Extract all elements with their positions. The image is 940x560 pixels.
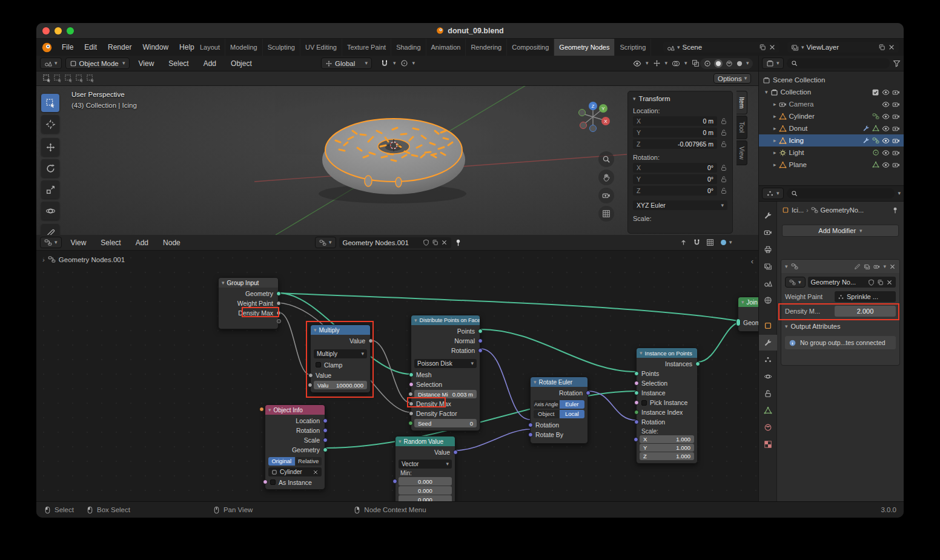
workspace-tab-animation[interactable]: Animation bbox=[426, 39, 466, 56]
node-tree-name-field[interactable]: Geometry Nodes.001 bbox=[339, 237, 451, 248]
lock-icon[interactable] bbox=[720, 140, 727, 148]
location-y-field[interactable]: Y0 m bbox=[633, 128, 717, 137]
points-input-socket[interactable] bbox=[634, 371, 639, 376]
object-input-socket[interactable] bbox=[259, 407, 264, 412]
chevron-right-icon[interactable]: › bbox=[42, 256, 45, 263]
outliner-row-cylinder[interactable]: ▸ Cylinder bbox=[759, 110, 904, 122]
sidebar-tab-item[interactable]: Item bbox=[736, 91, 747, 114]
object-visibility-icon[interactable] bbox=[633, 59, 641, 68]
viewport-menu-select[interactable]: Select bbox=[163, 55, 194, 72]
points-output-socket[interactable] bbox=[478, 329, 483, 334]
menu-edit[interactable]: Edit bbox=[79, 39, 102, 56]
density-max-output-socket[interactable] bbox=[276, 311, 281, 315]
modifier-panel-header[interactable]: ▾ ▾ bbox=[781, 260, 899, 273]
pick-instance-checkbox[interactable] bbox=[641, 400, 647, 406]
tab-render[interactable] bbox=[759, 225, 777, 240]
chevron-down-icon[interactable]: ▾ bbox=[665, 61, 668, 66]
render-visibility-camera-icon[interactable] bbox=[892, 137, 900, 145]
rotation-y-field[interactable]: Y0° bbox=[633, 174, 717, 184]
tool-move-button[interactable] bbox=[41, 138, 59, 156]
unlink-icon[interactable] bbox=[886, 279, 893, 286]
donut-object[interactable] bbox=[297, 92, 491, 213]
overlays-toggle-icon[interactable] bbox=[672, 59, 680, 68]
render-visibility-camera-icon[interactable] bbox=[892, 113, 900, 120]
render-visibility-camera-icon[interactable] bbox=[892, 88, 900, 96]
node-menu-select[interactable]: Select bbox=[95, 234, 126, 251]
node-menu-add[interactable]: Add bbox=[130, 234, 154, 251]
workspace-tab-rendering[interactable]: Rendering bbox=[466, 39, 507, 56]
shading-wireframe-icon[interactable] bbox=[704, 60, 711, 67]
render-visibility-camera-icon[interactable] bbox=[892, 161, 900, 169]
min-x-field[interactable]: 0.000 bbox=[399, 477, 452, 486]
snap-magnet-icon[interactable] bbox=[693, 239, 701, 246]
node-instance-on-points[interactable]: ▾Instance on Points Instances Points Sel… bbox=[636, 348, 698, 464]
gizmo-y-label[interactable]: Y bbox=[601, 106, 605, 111]
workspace-tab-texture-paint[interactable]: Texture Paint bbox=[342, 39, 391, 56]
workspace-tab-scripting[interactable]: Scripting bbox=[615, 39, 651, 56]
viewport-menu-add[interactable]: Add bbox=[198, 55, 222, 72]
tool-rotate-button[interactable] bbox=[41, 159, 59, 177]
tab-physics[interactable] bbox=[759, 369, 777, 384]
pin-icon[interactable] bbox=[454, 239, 462, 246]
select-mode-subtract-icon[interactable] bbox=[64, 74, 73, 83]
tab-world[interactable] bbox=[759, 292, 777, 308]
proportional-editing-icon[interactable] bbox=[400, 59, 408, 67]
rotation-input-socket[interactable] bbox=[634, 420, 639, 424]
properties-search-input[interactable] bbox=[787, 188, 895, 199]
local-space-button[interactable]: Local bbox=[560, 410, 585, 418]
render-visibility-camera-icon[interactable] bbox=[892, 149, 900, 157]
location-output-socket[interactable] bbox=[323, 418, 328, 423]
chevron-down-icon[interactable]: ▾ bbox=[729, 240, 732, 245]
workspace-tab-sculpting[interactable]: Sculpting bbox=[263, 39, 300, 56]
hide-eye-icon[interactable] bbox=[882, 137, 890, 145]
tab-scene[interactable] bbox=[759, 275, 777, 291]
euler-button[interactable]: Euler bbox=[560, 400, 585, 409]
view-layer-selector[interactable]: ▾ ViewLayer bbox=[787, 42, 899, 53]
virtual-output-socket[interactable] bbox=[277, 319, 281, 323]
rotation-input-socket[interactable] bbox=[528, 423, 533, 427]
new-view-layer-icon[interactable] bbox=[878, 44, 885, 51]
node-group-name-field[interactable]: Geometry No... bbox=[808, 277, 896, 288]
distance-min-field[interactable]: Distance Mi0.003 m bbox=[414, 390, 477, 398]
pick-instance-input-socket[interactable] bbox=[634, 400, 639, 405]
instance-index-input-socket[interactable] bbox=[634, 410, 639, 415]
outliner-row-collection[interactable]: ▾ Collection bbox=[759, 86, 904, 98]
copy-datablock-icon[interactable] bbox=[432, 239, 439, 246]
new-scene-icon[interactable] bbox=[759, 44, 766, 51]
fake-user-shield-icon[interactable] bbox=[423, 239, 429, 246]
viewport-canvas[interactable]: User Perspective (43) Collection | Icing… bbox=[36, 86, 758, 235]
gizmo-x-label[interactable]: X bbox=[604, 119, 607, 124]
node-menu-node[interactable]: Node bbox=[157, 234, 186, 251]
value-number-field[interactable]: Valu10000.000 bbox=[314, 381, 367, 389]
select-mode-invert-icon[interactable] bbox=[75, 74, 84, 83]
tab-view-layer[interactable] bbox=[759, 259, 777, 274]
collapse-icon[interactable]: ▾ bbox=[785, 264, 788, 269]
close-window-button[interactable] bbox=[42, 27, 50, 35]
hide-eye-icon[interactable] bbox=[882, 125, 890, 133]
gizmo-z-label[interactable]: Z bbox=[592, 104, 595, 109]
disclosure-icon[interactable]: ▸ bbox=[773, 102, 776, 107]
rotation-z-field[interactable]: Z0° bbox=[633, 186, 717, 196]
scale-output-socket[interactable] bbox=[323, 438, 328, 443]
breadcrumb-object-name[interactable]: Ici... bbox=[792, 206, 804, 214]
scene-selector[interactable]: ▾ Scene bbox=[663, 42, 779, 53]
tab-constraints[interactable] bbox=[759, 386, 777, 401]
sidebar-tab-tool[interactable]: Tool bbox=[736, 116, 747, 139]
chevron-down-icon[interactable]: ▾ bbox=[412, 61, 415, 66]
clamp-checkbox[interactable] bbox=[316, 362, 321, 367]
select-mode-intersect-icon[interactable] bbox=[86, 74, 95, 83]
tool-annotate-button[interactable] bbox=[41, 224, 59, 235]
transform-orientation-dropdown[interactable]: Global▾ bbox=[321, 58, 372, 69]
hide-eye-icon[interactable] bbox=[882, 100, 890, 108]
zoom-button[interactable] bbox=[598, 151, 614, 167]
chevron-down-icon[interactable]: ▾ bbox=[898, 191, 901, 196]
tab-particles[interactable] bbox=[759, 352, 777, 367]
editor-type-selector[interactable]: ▾ bbox=[40, 58, 62, 69]
rotation-mode-dropdown[interactable]: XYZ Euler▾ bbox=[633, 200, 727, 210]
chevron-down-icon[interactable]: ▾ bbox=[746, 61, 749, 66]
hide-eye-icon[interactable] bbox=[882, 161, 890, 169]
location-x-field[interactable]: X0 m bbox=[633, 116, 717, 126]
node-group-input[interactable]: ▾Group Input Geometry Weight Paint Densi… bbox=[218, 277, 279, 329]
go-to-parent-icon[interactable] bbox=[680, 239, 687, 246]
relative-button[interactable]: Relative bbox=[296, 457, 322, 466]
